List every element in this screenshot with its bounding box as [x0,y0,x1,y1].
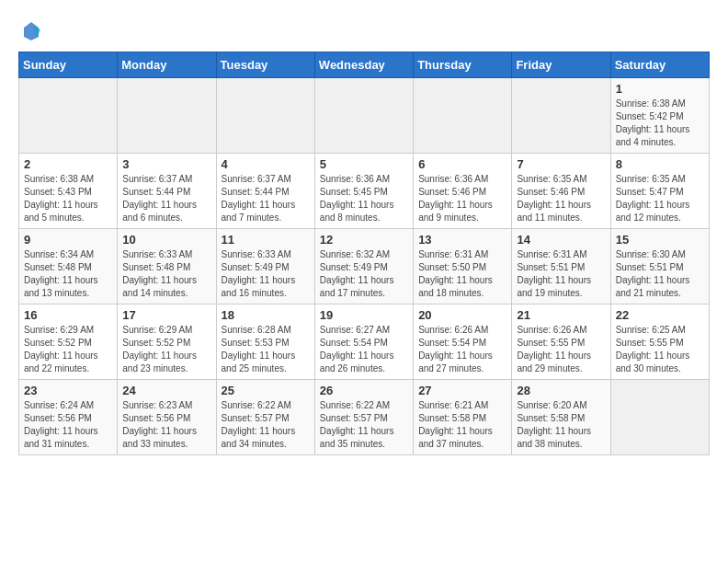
day-info: Sunrise: 6:24 AM Sunset: 5:56 PM Dayligh… [24,399,112,451]
calendar-cell: 4Sunrise: 6:37 AM Sunset: 5:44 PM Daylig… [216,154,314,229]
day-number: 5 [320,157,408,171]
calendar-cell: 20Sunrise: 6:26 AM Sunset: 5:54 PM Dayli… [414,304,512,380]
calendar-cell: 19Sunrise: 6:27 AM Sunset: 5:54 PM Dayli… [314,304,413,380]
logo-icon [20,20,42,42]
calendar-table: SundayMondayTuesdayWednesdayThursdayFrid… [18,52,710,455]
day-number: 10 [122,233,210,247]
header-row: SundayMondayTuesdayWednesdayThursdayFrid… [19,52,710,78]
day-number: 14 [517,233,605,247]
day-info: Sunrise: 6:26 AM Sunset: 5:54 PM Dayligh… [418,324,506,375]
day-number: 4 [222,157,310,171]
calendar-week-4: 16Sunrise: 6:29 AM Sunset: 5:52 PM Dayli… [19,304,710,380]
calendar-cell: 5Sunrise: 6:36 AM Sunset: 5:45 PM Daylig… [314,154,413,229]
calendar-cell: 28Sunrise: 6:20 AM Sunset: 5:58 PM Dayli… [512,380,610,455]
day-number: 20 [418,308,506,322]
day-info: Sunrise: 6:23 AM Sunset: 5:56 PM Dayligh… [122,399,210,451]
calendar-cell: 2Sunrise: 6:38 AM Sunset: 5:43 PM Daylig… [19,154,118,229]
day-info: Sunrise: 6:37 AM Sunset: 5:44 PM Dayligh… [222,173,310,224]
day-header-wednesday: Wednesday [314,52,413,78]
day-info: Sunrise: 6:35 AM Sunset: 5:46 PM Dayligh… [517,173,605,224]
day-number: 27 [418,384,506,397]
calendar-cell: 7Sunrise: 6:35 AM Sunset: 5:46 PM Daylig… [512,154,610,229]
calendar-cell [118,78,216,154]
day-header-tuesday: Tuesday [216,52,314,78]
day-info: Sunrise: 6:38 AM Sunset: 5:43 PM Dayligh… [24,173,112,224]
calendar-cell: 10Sunrise: 6:33 AM Sunset: 5:48 PM Dayli… [118,229,216,304]
day-number: 21 [517,308,605,322]
calendar-cell [610,380,709,455]
calendar-cell [414,78,512,154]
day-info: Sunrise: 6:25 AM Sunset: 5:55 PM Dayligh… [616,324,704,375]
day-number: 7 [517,157,605,171]
day-header-sunday: Sunday [19,52,118,78]
day-info: Sunrise: 6:31 AM Sunset: 5:51 PM Dayligh… [517,248,605,300]
calendar-cell [216,78,314,154]
day-info: Sunrise: 6:20 AM Sunset: 5:58 PM Dayligh… [517,399,605,451]
day-info: Sunrise: 6:22 AM Sunset: 5:57 PM Dayligh… [222,399,310,451]
day-info: Sunrise: 6:30 AM Sunset: 5:51 PM Dayligh… [616,248,704,300]
calendar-cell [19,78,118,154]
day-number: 24 [122,384,210,397]
calendar-week-3: 9Sunrise: 6:34 AM Sunset: 5:48 PM Daylig… [19,229,710,304]
day-header-thursday: Thursday [414,52,512,78]
day-info: Sunrise: 6:22 AM Sunset: 5:57 PM Dayligh… [320,399,408,451]
calendar-cell: 6Sunrise: 6:36 AM Sunset: 5:46 PM Daylig… [414,154,512,229]
day-number: 11 [222,233,310,247]
calendar-cell: 8Sunrise: 6:35 AM Sunset: 5:47 PM Daylig… [610,154,709,229]
day-number: 26 [320,384,408,397]
day-header-saturday: Saturday [610,52,709,78]
day-number: 19 [320,308,408,322]
day-header-friday: Friday [512,52,610,78]
page-header [18,18,710,42]
calendar-cell: 14Sunrise: 6:31 AM Sunset: 5:51 PM Dayli… [512,229,610,304]
day-info: Sunrise: 6:33 AM Sunset: 5:49 PM Dayligh… [222,248,310,300]
day-header-monday: Monday [118,52,216,78]
day-number: 2 [24,157,112,171]
calendar-week-5: 23Sunrise: 6:24 AM Sunset: 5:56 PM Dayli… [19,380,710,455]
day-info: Sunrise: 6:27 AM Sunset: 5:54 PM Dayligh… [320,324,408,375]
day-info: Sunrise: 6:38 AM Sunset: 5:42 PM Dayligh… [616,98,704,149]
calendar-week-1: 1Sunrise: 6:38 AM Sunset: 5:42 PM Daylig… [19,78,710,154]
day-number: 16 [24,308,112,322]
calendar-cell: 22Sunrise: 6:25 AM Sunset: 5:55 PM Dayli… [610,304,709,380]
calendar-cell: 23Sunrise: 6:24 AM Sunset: 5:56 PM Dayli… [19,380,118,455]
day-number: 18 [222,308,310,322]
calendar-cell: 15Sunrise: 6:30 AM Sunset: 5:51 PM Dayli… [610,229,709,304]
day-number: 13 [418,233,506,247]
calendar-cell: 12Sunrise: 6:32 AM Sunset: 5:49 PM Dayli… [314,229,413,304]
calendar-cell: 18Sunrise: 6:28 AM Sunset: 5:53 PM Dayli… [216,304,314,380]
day-number: 17 [122,308,210,322]
calendar-cell: 11Sunrise: 6:33 AM Sunset: 5:49 PM Dayli… [216,229,314,304]
day-number: 12 [320,233,408,247]
day-info: Sunrise: 6:28 AM Sunset: 5:53 PM Dayligh… [222,324,310,375]
day-number: 3 [122,157,210,171]
calendar-cell: 17Sunrise: 6:29 AM Sunset: 5:52 PM Dayli… [118,304,216,380]
calendar-cell: 25Sunrise: 6:22 AM Sunset: 5:57 PM Dayli… [216,380,314,455]
calendar-week-2: 2Sunrise: 6:38 AM Sunset: 5:43 PM Daylig… [19,154,710,229]
day-info: Sunrise: 6:26 AM Sunset: 5:55 PM Dayligh… [517,324,605,375]
logo-text [18,18,42,42]
day-info: Sunrise: 6:36 AM Sunset: 5:45 PM Dayligh… [320,173,408,224]
calendar-cell: 21Sunrise: 6:26 AM Sunset: 5:55 PM Dayli… [512,304,610,380]
day-number: 28 [517,384,605,397]
day-info: Sunrise: 6:36 AM Sunset: 5:46 PM Dayligh… [418,173,506,224]
day-number: 8 [616,157,704,171]
day-number: 15 [616,233,704,247]
day-info: Sunrise: 6:37 AM Sunset: 5:44 PM Dayligh… [122,173,210,224]
day-info: Sunrise: 6:32 AM Sunset: 5:49 PM Dayligh… [320,248,408,300]
calendar-cell [314,78,413,154]
calendar-cell: 26Sunrise: 6:22 AM Sunset: 5:57 PM Dayli… [314,380,413,455]
calendar-cell: 1Sunrise: 6:38 AM Sunset: 5:42 PM Daylig… [610,78,709,154]
logo [18,18,42,42]
day-info: Sunrise: 6:29 AM Sunset: 5:52 PM Dayligh… [122,324,210,375]
day-number: 25 [222,384,310,397]
calendar-cell: 3Sunrise: 6:37 AM Sunset: 5:44 PM Daylig… [118,154,216,229]
day-number: 22 [616,308,704,322]
calendar-cell: 9Sunrise: 6:34 AM Sunset: 5:48 PM Daylig… [19,229,118,304]
calendar-cell: 27Sunrise: 6:21 AM Sunset: 5:58 PM Dayli… [414,380,512,455]
day-number: 1 [616,82,704,96]
day-number: 6 [418,157,506,171]
day-info: Sunrise: 6:34 AM Sunset: 5:48 PM Dayligh… [24,248,112,300]
calendar-cell: 13Sunrise: 6:31 AM Sunset: 5:50 PM Dayli… [414,229,512,304]
day-info: Sunrise: 6:21 AM Sunset: 5:58 PM Dayligh… [418,399,506,451]
